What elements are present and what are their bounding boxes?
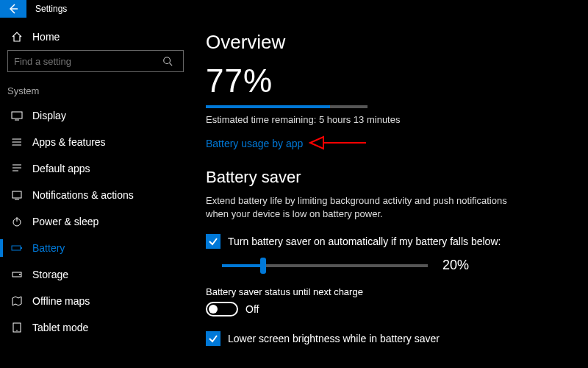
- sidebar-home-label: Home: [32, 31, 60, 43]
- storage-icon: [9, 269, 25, 280]
- search-icon: [162, 56, 183, 66]
- sidebar-item-label: Storage: [32, 269, 68, 280]
- time-remaining: Estimated time remaining: 5 hours 13 min…: [206, 114, 570, 125]
- sidebar-item-offline-maps[interactable]: Offline maps: [0, 288, 191, 314]
- display-icon: [9, 110, 25, 121]
- maps-icon: [9, 295, 25, 307]
- threshold-slider-thumb[interactable]: [260, 258, 266, 274]
- tablet-icon: [9, 322, 25, 333]
- back-button[interactable]: [0, 0, 26, 18]
- battery-bar-fill: [206, 105, 330, 108]
- svg-rect-8: [21, 247, 22, 249]
- threshold-slider[interactable]: [222, 264, 428, 267]
- sidebar-item-label: Display: [32, 110, 66, 121]
- window-title: Settings: [35, 4, 67, 14]
- svg-point-0: [164, 57, 171, 64]
- titlebar: Settings: [0, 0, 588, 18]
- lower-brightness-checkbox[interactable]: [206, 331, 220, 346]
- sidebar-item-label: Tablet mode: [32, 322, 88, 333]
- battery-usage-link[interactable]: Battery usage by app: [206, 138, 303, 149]
- sidebar-item-tablet-mode[interactable]: Tablet mode: [0, 314, 191, 341]
- sidebar-home[interactable]: Home: [0, 24, 191, 50]
- sidebar-item-battery[interactable]: Battery: [0, 235, 191, 261]
- search-input[interactable]: [8, 56, 162, 67]
- sidebar: Home System Display Apps & features Defa…: [0, 18, 191, 368]
- sidebar-item-label: Offline maps: [32, 295, 90, 307]
- svg-point-4: [12, 145, 13, 146]
- svg-point-2: [12, 139, 13, 140]
- apps-icon: [9, 136, 25, 148]
- notifications-icon: [9, 189, 25, 201]
- svg-rect-5: [12, 191, 21, 198]
- svg-rect-1: [12, 112, 22, 118]
- sidebar-item-label: Notifications & actions: [32, 189, 134, 201]
- saver-toggle-state: Off: [245, 303, 259, 315]
- saver-toggle[interactable]: [206, 302, 238, 316]
- threshold-value: 20%: [442, 258, 469, 273]
- auto-on-label: Turn battery saver on automatically if m…: [228, 236, 501, 247]
- svg-point-12: [16, 330, 18, 331]
- sidebar-item-label: Apps & features: [32, 136, 106, 148]
- sidebar-item-label: Default apps: [32, 163, 90, 174]
- check-icon: [208, 333, 218, 344]
- auto-on-checkbox[interactable]: [206, 234, 220, 249]
- home-icon: [9, 31, 25, 43]
- sidebar-item-power-sleep[interactable]: Power & sleep: [0, 208, 191, 235]
- overview-heading: Overview: [206, 31, 570, 54]
- sidebar-section-label: System: [0, 81, 191, 102]
- battery-bar: [206, 105, 368, 108]
- svg-point-3: [12, 142, 13, 143]
- battery-percent: 77%: [206, 63, 570, 99]
- power-icon: [9, 216, 25, 227]
- battery-saver-heading: Battery saver: [206, 168, 570, 187]
- toggle-thumb-icon: [209, 305, 218, 314]
- default-apps-icon: [9, 163, 25, 174]
- arrow-left-icon: [7, 3, 19, 15]
- annotation-arrow-icon: [309, 132, 368, 153]
- sidebar-item-label: Power & sleep: [32, 216, 98, 227]
- saver-status-label: Battery saver status until next charge: [206, 286, 570, 297]
- lower-brightness-label: Lower screen brightness while in battery…: [228, 333, 440, 344]
- svg-rect-7: [12, 246, 21, 250]
- sidebar-item-display[interactable]: Display: [0, 102, 191, 129]
- search-box[interactable]: [7, 50, 184, 72]
- battery-saver-desc: Extend battery life by limiting backgrou…: [206, 194, 514, 221]
- battery-icon: [9, 242, 25, 254]
- threshold-slider-fill: [222, 264, 263, 267]
- sidebar-item-notifications[interactable]: Notifications & actions: [0, 182, 191, 208]
- sidebar-item-default-apps[interactable]: Default apps: [0, 155, 191, 182]
- main-content: Overview 77% Estimated time remaining: 5…: [191, 18, 588, 368]
- svg-point-10: [19, 274, 21, 275]
- sidebar-item-apps[interactable]: Apps & features: [0, 129, 191, 155]
- sidebar-item-storage[interactable]: Storage: [0, 261, 191, 288]
- check-icon: [208, 236, 218, 247]
- sidebar-item-label: Battery: [32, 242, 65, 254]
